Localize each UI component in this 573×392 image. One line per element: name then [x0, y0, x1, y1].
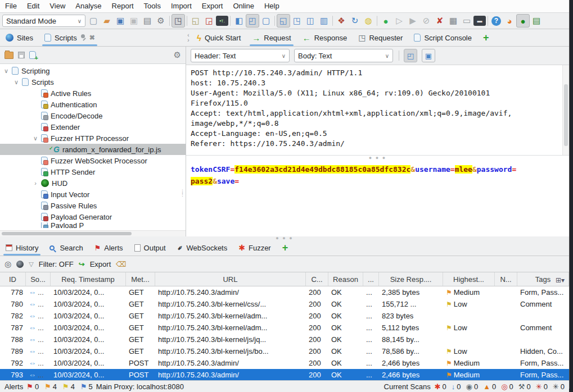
help-icon[interactable]: ? — [491, 16, 501, 26]
scrollbar-thumb[interactable] — [564, 84, 568, 146]
reload-icon[interactable]: ↻ — [348, 14, 362, 28]
tabset-b-icon[interactable]: ◳ — [290, 14, 304, 28]
column-header[interactable]: ID — [0, 272, 26, 286]
tabset-rows-icon[interactable]: ▥ — [317, 14, 331, 28]
close-icon[interactable]: ✖ — [89, 34, 95, 42]
export-arrow-icon[interactable]: ↪ — [79, 260, 85, 268]
menu-item[interactable]: View — [44, 0, 70, 12]
history-row[interactable]: 787 ⇔... 10/03/2024, 0... GET http://10.… — [0, 322, 569, 334]
table-config-icon[interactable]: ⊞▾ — [556, 276, 565, 284]
sep7[interactable] — [488, 16, 488, 26]
alert-count[interactable]: 5 — [80, 382, 93, 391]
column-header[interactable]: Reason — [328, 272, 363, 286]
tree-item[interactable]: ∨ G Scripting — [0, 65, 186, 76]
column-header[interactable]: So... — [26, 272, 51, 286]
tab-history[interactable]: History — [0, 240, 44, 256]
scrollbar-thumb[interactable] — [2, 232, 132, 235]
tree-item[interactable]: › G HUD — [0, 177, 186, 189]
open-session-icon[interactable]: ▰ — [100, 14, 114, 28]
tree-item[interactable]: G Passive Rules — [0, 200, 186, 211]
session-properties-icon[interactable]: ▤ — [141, 14, 154, 28]
layout-full-icon[interactable]: ▢ — [259, 14, 273, 28]
tab-response[interactable]: ← Response — [297, 29, 353, 46]
column-header[interactable]: N... — [495, 272, 517, 286]
fuzz-panel-icon[interactable]: ▦ — [446, 14, 460, 28]
history-row[interactable]: 788 ⇔... 10/03/2024, 0... GET http://10.… — [0, 334, 569, 345]
sep3[interactable] — [230, 16, 231, 26]
request-vertical-scrollbar[interactable] — [562, 65, 569, 155]
column-header[interactable]: Req. Timestamp — [51, 272, 126, 286]
scan-count[interactable]: ▲ 0 — [483, 382, 496, 391]
scan-count[interactable]: ↓ 0 — [452, 382, 461, 391]
column-header[interactable]: Size Resp.... — [379, 272, 443, 286]
menu-item[interactable]: Tools — [139, 0, 166, 12]
tab-requester[interactable]: ◳ Requester — [353, 29, 408, 46]
column-header[interactable]: C... — [306, 272, 328, 286]
request-body-editor[interactable]: tokenCSRF=f14e3602a3cd21d4e49dbdc88185c0… — [186, 160, 569, 236]
menu-item[interactable]: File — [0, 0, 22, 12]
export-label[interactable]: Export — [90, 260, 111, 268]
tab-sites[interactable]: Sites — [0, 29, 39, 46]
tab-scripts[interactable]: Scripts ✖ — [39, 29, 101, 46]
tab-websockets[interactable]: ✒ WebSockets — [172, 240, 233, 256]
sep5[interactable] — [332, 16, 333, 26]
layout-bottom-icon[interactable]: ◰ — [246, 14, 259, 28]
step-icon[interactable]: ▷ — [392, 14, 406, 28]
split-view-button[interactable]: ◰ — [404, 49, 417, 62]
save-script-icon[interactable] — [18, 52, 25, 58]
session-discard-icon[interactable]: ◲ — [202, 14, 216, 28]
menu-item[interactable]: Report — [107, 0, 139, 12]
tree-item[interactable]: G Extender — [0, 121, 186, 133]
session-hint-icon[interactable]: ◱ — [189, 14, 202, 28]
combined-view-button[interactable]: ▣ — [422, 49, 435, 62]
hud-icon[interactable]: ● — [516, 14, 530, 28]
contexts-globe-icon[interactable] — [16, 261, 24, 268]
scan-count[interactable]: ✳ 0 — [553, 382, 565, 391]
sep4[interactable] — [274, 16, 275, 26]
column-header[interactable]: Met... — [126, 272, 155, 286]
menu-item[interactable]: Edit — [22, 0, 44, 12]
history-row[interactable]: 793 ⇔... 10/03/2024, 0... POST http://10… — [0, 369, 569, 380]
tree-item[interactable]: G HTTP Sender — [0, 166, 186, 177]
cassette-icon[interactable]: ▬ — [473, 16, 486, 26]
tab-request[interactable]: → Request — [246, 29, 296, 46]
tree-item[interactable]: G Authentication — [0, 99, 186, 110]
client-cert-icon[interactable]: ▭ — [460, 14, 473, 28]
scripts-options-gear-icon[interactable]: ⚙ — [174, 50, 181, 60]
tree-item[interactable]: G Encode/Decode — [0, 110, 186, 121]
filter-funnel-icon[interactable]: ▽ — [29, 261, 33, 268]
menu-item[interactable]: Online — [228, 0, 259, 12]
menu-item[interactable]: Export — [197, 0, 228, 12]
snapshot-session-icon[interactable]: ▣ — [127, 14, 141, 28]
tab-script-console[interactable]: Script Console — [408, 29, 477, 46]
add-tab-button[interactable]: + — [477, 29, 495, 46]
alert-count[interactable]: 4 — [44, 382, 57, 391]
tab-fuzzer[interactable]: ✱ Fuzzer — [233, 240, 276, 256]
scan-count[interactable]: ◎ 0 — [501, 382, 513, 391]
new-script-icon[interactable] — [29, 51, 36, 59]
scope-target-icon[interactable]: ◎ — [4, 259, 11, 268]
panel-splitter-chevrons[interactable]: ‹› — [186, 29, 191, 46]
pin-icon[interactable] — [80, 34, 86, 41]
header-view-select[interactable]: Header: Text ∨ — [191, 49, 290, 62]
lightbulb-icon[interactable]: ◍ — [362, 14, 375, 28]
scan-count[interactable]: ⚒ 0 — [518, 382, 531, 391]
broom-clear-icon[interactable]: ⌫ — [116, 260, 126, 268]
tree-splitter-handle[interactable]: ⋮⋮ — [180, 190, 185, 196]
body-view-select[interactable]: Body: Text ∨ — [294, 49, 393, 62]
sep6[interactable] — [377, 16, 377, 26]
tab-quick-start[interactable]: ϟ Quick Start — [191, 29, 246, 46]
tree-item[interactable]: G Payload Generator — [0, 211, 186, 222]
add-tab-button[interactable]: + — [277, 240, 294, 256]
menu-item[interactable]: Import — [166, 0, 197, 12]
tab-alerts[interactable]: Alerts — [89, 240, 129, 256]
firefox-icon[interactable]: ◕ — [503, 14, 516, 28]
history-row[interactable]: 778 ⇔... 10/03/2024, 0... GET http://10.… — [0, 286, 569, 298]
history-row[interactable]: 792 ⇔... 10/03/2024, 0... POST http://10… — [0, 357, 569, 369]
alert-count[interactable]: 0 — [26, 382, 39, 391]
window-arrange-icon[interactable]: ◳ — [172, 14, 185, 28]
tree-item[interactable]: G Fuzzer WebSocket Processor — [0, 155, 186, 166]
expander-icon[interactable]: ∨ — [33, 135, 38, 142]
record-icon[interactable]: ● — [379, 14, 392, 28]
tree-item[interactable]: ∨ G Scripts — [0, 76, 186, 88]
